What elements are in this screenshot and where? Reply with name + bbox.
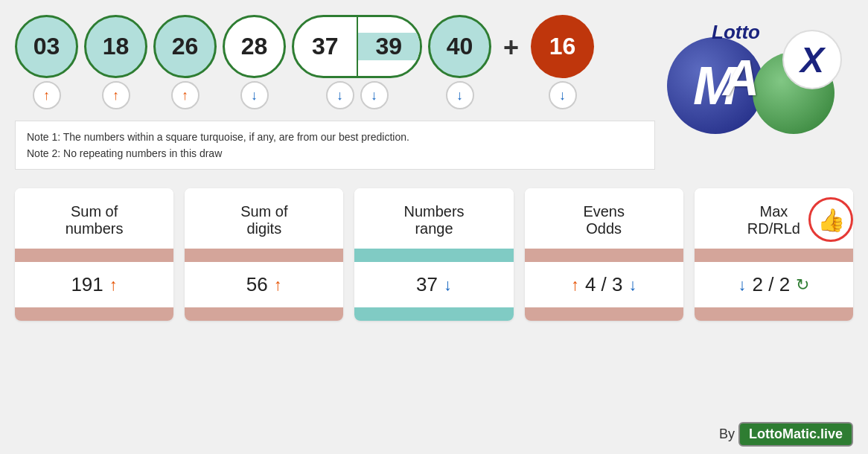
arrow-down-37[interactable]: ↓ <box>326 81 354 109</box>
ball-split-37-39: 37 39 <box>292 15 422 78</box>
bonus-number: 16 <box>549 33 576 60</box>
top-section: 03 ↑ 18 ↑ <box>0 0 868 109</box>
stat-bar-bottom-sum-digits <box>185 307 343 321</box>
bonus-ball-wrapper: 16 ↓ <box>531 15 594 109</box>
stat-bar-top-sum-digits <box>185 249 343 262</box>
stat-card-sum-numbers: Sum ofnumbers 191 ↑ <box>15 188 173 321</box>
stat-header-sum-numbers: Sum ofnumbers <box>15 188 173 249</box>
arrow-down-bonus[interactable]: ↓ <box>549 81 577 109</box>
ball-03: 03 <box>15 15 78 78</box>
ball-number-18: 18 <box>103 33 130 60</box>
stat-bar-top-max-rd <box>695 249 853 262</box>
note2: Note 2: No repeating numbers in this dra… <box>27 145 643 162</box>
arrow-up-18[interactable]: ↑ <box>102 81 130 109</box>
logo-area: Lotto M X A <box>660 7 853 156</box>
sum-digits-value: 56 <box>246 273 268 296</box>
up-arrow-icon-26: ↑ <box>182 88 188 103</box>
note1: Note 1: The numbers within a square turq… <box>27 129 643 145</box>
notes-section: Note 1: The numbers within a square turq… <box>15 121 655 170</box>
ball-28: 28 <box>223 15 286 78</box>
down-arrow-icon-40: ↓ <box>456 88 463 103</box>
ball-40: 40 <box>428 15 491 78</box>
stat-bar-bottom-numbers-range <box>354 307 513 321</box>
balls-row: 03 ↑ 18 ↑ <box>15 15 594 109</box>
stat-value-sum-digits: 56 ↑ <box>185 262 343 307</box>
stat-header-sum-digits: Sum ofdigits <box>185 188 343 249</box>
sum-numbers-arrow-up: ↑ <box>109 275 118 295</box>
stat-bar-bottom-sum-numbers <box>15 307 173 321</box>
ball-26: 26 <box>153 15 217 78</box>
stat-value-evens-odds: ↑ 4 / 3 ↓ <box>525 262 683 307</box>
stat-bar-top-numbers-range <box>354 249 513 262</box>
split-right-39: 39 <box>358 33 421 60</box>
logo-wrapper: Lotto M X A <box>667 15 846 149</box>
stat-value-max-rd: ↓ 2 / 2 ↻ <box>695 262 853 307</box>
footer-by-text: By <box>719 426 735 442</box>
ball-number-28: 28 <box>241 33 268 60</box>
arrow-down-40[interactable]: ↓ <box>446 81 474 109</box>
thumbs-up-icon: 👍 <box>817 207 845 233</box>
ball-wrapper-26: 26 ↑ <box>153 15 217 109</box>
evens-odds-arrow-up: ↑ <box>571 275 579 295</box>
stat-bar-top-sum-numbers <box>15 249 173 262</box>
arrow-down-28[interactable]: ↓ <box>240 81 269 109</box>
footer-brand[interactable]: LottoMatic.live <box>738 422 853 447</box>
ball-wrapper-18: 18 ↑ <box>84 15 147 109</box>
stat-bar-top-evens-odds <box>525 249 683 262</box>
plus-sign: + <box>503 32 519 93</box>
max-rd-refresh-icon: ↻ <box>796 275 809 295</box>
ball-18: 18 <box>84 15 147 78</box>
lotto-text: Lotto <box>712 21 760 44</box>
split-arrows: ↓ ↓ <box>326 81 389 109</box>
ball-number-03: 03 <box>33 33 60 60</box>
stat-bar-bottom-max-rd <box>695 307 853 321</box>
sum-numbers-value: 191 <box>71 273 103 296</box>
ball-wrapper-28: 28 ↓ <box>223 15 286 109</box>
ball-wrapper-40: 40 ↓ <box>428 15 491 109</box>
down-arrow-icon-bonus: ↓ <box>559 88 566 103</box>
stat-card-evens-odds: EvensOdds ↑ 4 / 3 ↓ <box>525 188 683 321</box>
stat-card-numbers-range: Numbersrange 37 ↓ <box>354 188 513 321</box>
numbers-area: 03 ↑ 18 ↑ <box>15 15 594 109</box>
stat-header-numbers-range: Numbersrange <box>354 188 513 249</box>
ball-number-26: 26 <box>172 33 199 60</box>
stat-value-sum-numbers: 191 ↑ <box>15 262 173 307</box>
ball-number-40: 40 <box>447 33 473 60</box>
sum-digits-arrow-up: ↑ <box>274 275 282 295</box>
down-arrow-icon-28: ↓ <box>251 88 258 103</box>
evens-odds-arrow-down: ↓ <box>629 275 637 295</box>
stat-card-sum-digits: Sum ofdigits 56 ↑ <box>185 188 343 321</box>
bonus-ball: 16 <box>531 15 594 78</box>
evens-odds-value: 4 / 3 <box>585 273 623 296</box>
footer: By LottoMatic.live <box>719 422 853 447</box>
down-arrow-icon-37: ↓ <box>336 88 343 103</box>
down-arrow-icon-39: ↓ <box>371 88 377 103</box>
arrow-down-39[interactable]: ↓ <box>360 81 389 109</box>
logo-ax-text: A <box>723 48 759 106</box>
stat-value-numbers-range: 37 ↓ <box>354 262 513 307</box>
stat-bar-bottom-evens-odds <box>525 307 683 321</box>
thumbs-up-button[interactable]: 👍 <box>808 197 853 242</box>
split-left-37: 37 <box>294 33 357 60</box>
arrow-up-03[interactable]: ↑ <box>33 81 61 109</box>
max-rd-value: 2 / 2 <box>753 273 791 296</box>
ball-wrapper-03: 03 ↑ <box>15 15 78 109</box>
numbers-range-arrow-down: ↓ <box>444 275 452 295</box>
logo-ball-white: X <box>782 30 842 89</box>
logo-x-letter: X <box>800 39 824 80</box>
stat-header-evens-odds: EvensOdds <box>525 188 683 249</box>
numbers-range-value: 37 <box>416 273 438 296</box>
up-arrow-icon-18: ↑ <box>112 88 119 103</box>
arrow-up-26[interactable]: ↑ <box>171 81 200 109</box>
max-rd-arrow-down: ↓ <box>738 275 747 295</box>
main-container: 03 ↑ 18 ↑ <box>0 0 868 454</box>
stats-section: Sum ofnumbers 191 ↑ Sum ofdigits 56 ↑ <box>15 188 853 321</box>
ball-wrapper-split: 37 39 ↓ ↓ <box>292 15 422 109</box>
up-arrow-icon-03: ↑ <box>43 88 50 103</box>
